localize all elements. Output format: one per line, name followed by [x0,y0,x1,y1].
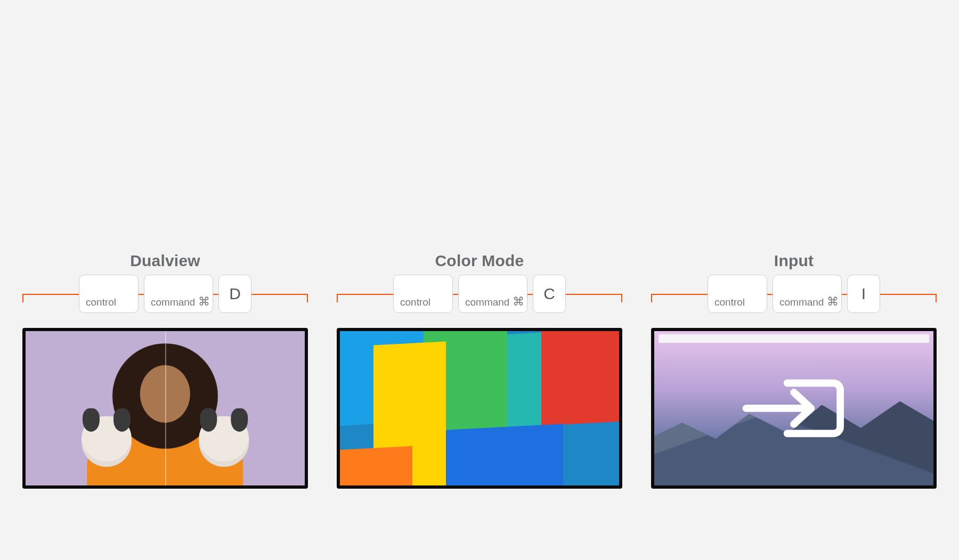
macos-menubar [659,334,929,343]
panel-heading-dualview: Dualview [22,252,308,270]
key-control: control [393,275,453,313]
key-label: D [229,285,241,303]
key-letter: C [533,275,566,313]
monitor-input [651,328,937,489]
key-command: command⌘ [773,275,842,313]
key-label: control [86,297,116,308]
shortcut-colormode: control command⌘ C [337,275,622,317]
monitor-colormode [337,328,622,489]
key-label: command [151,297,195,308]
key-command: command⌘ [144,275,213,313]
key-label: I [862,285,866,303]
shortcut-input: control command⌘ I [651,275,937,317]
key-label: command [779,297,824,308]
panel-heading-colormode: Color Mode [337,252,622,270]
key-label: control [400,297,430,308]
command-symbol-icon: ⌘ [827,295,839,309]
monitor-dualview [22,328,308,489]
input-arrow-icon [741,375,847,441]
key-control: control [708,275,767,313]
key-control: control [79,275,139,313]
shortcut-dualview: control command⌘ D [22,275,308,317]
key-label: command [465,297,509,308]
panel-heading-input: Input [651,252,937,270]
key-label: C [543,285,555,303]
command-symbol-icon: ⌘ [198,295,210,309]
key-label: control [714,297,745,308]
key-command: command⌘ [458,275,527,313]
key-letter: I [847,275,880,313]
key-letter: D [218,275,251,313]
command-symbol-icon: ⌘ [513,295,524,309]
